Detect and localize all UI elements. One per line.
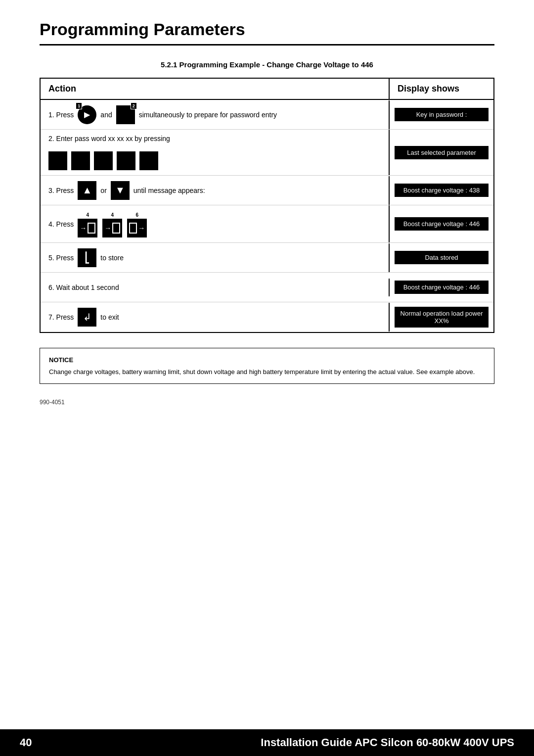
footer-page-number: 40 <box>20 736 32 749</box>
display-cell-row1: Key in password : <box>390 105 493 124</box>
action-cell-row6: 6. Wait about 1 second <box>41 279 390 296</box>
table-row: 5. Press ⎣ to store Data stored <box>41 243 493 273</box>
password-keys <box>48 151 158 170</box>
table-header-row: Action Display shows <box>41 79 493 100</box>
display-badge-row6: Boost charge voltage : 446 <box>395 281 489 294</box>
action-cell-row5: 5. Press ⎣ to store <box>41 243 390 272</box>
page-title: Programming Parameters <box>40 20 494 46</box>
table-row: 3. Press ▲ or ▼ until message appears: B… <box>41 176 493 205</box>
action-cell-row4: 4. Press 4 → 4 → <box>41 205 390 242</box>
row3-suffix-text: until message appears: <box>134 187 205 194</box>
arrow-right-out-icon: → <box>138 224 145 232</box>
table-row: 1. Press ▶ 1 and 2 simultaneously to pre… <box>41 100 493 130</box>
notice-title: NOTICE <box>49 355 485 365</box>
table-row: 6. Wait about 1 second Boost charge volt… <box>41 273 493 302</box>
doc-number: 990-4051 <box>40 399 494 406</box>
password-key-2[interactable] <box>71 151 90 170</box>
row7-prefix-text: 7. Press <box>48 313 74 321</box>
key-circle-btn[interactable]: ▶ 1 <box>78 105 96 124</box>
row3-or-text: or <box>100 187 106 194</box>
action-cell-row3: 3. Press ▲ or ▼ until message appears: <box>41 176 390 205</box>
password-key-4[interactable] <box>117 151 135 170</box>
table-row: 7. Press ↲ to exit Normal operation load… <box>41 302 493 332</box>
display-cell-row4: Boost charge voltage : 446 <box>390 214 493 234</box>
password-key-3[interactable] <box>94 151 113 170</box>
display-badge-row3: Boost charge voltage : 438 <box>395 184 489 197</box>
step4-key-inner-3[interactable]: → <box>127 219 147 237</box>
box-symbol-icon <box>88 223 95 234</box>
action-cell-row1: 1. Press ▶ 1 and 2 simultaneously to pre… <box>41 100 390 129</box>
row5-prefix-text: 5. Press <box>48 254 74 262</box>
arrow-up-key[interactable]: ▲ <box>78 181 96 200</box>
step4-key-label-2: 4 <box>111 212 114 218</box>
notice-text: Change charge voltages, battery warning … <box>49 367 485 377</box>
display-badge-row1: Key in password : <box>395 108 489 121</box>
section-heading: 5.2.1 Programming Example - Change Charg… <box>40 60 494 69</box>
display-cell-row7: Normal operation load power XX% <box>390 304 493 331</box>
step4-key-group-2: 4 → <box>102 212 122 237</box>
display-badge-row5: Data stored <box>395 251 489 264</box>
row1-prefix-text: 1. Press <box>48 111 74 119</box>
key-square-btn[interactable]: 2 <box>116 105 135 124</box>
action-cell-row2: 2. Enter pass word xx xx xx by pressing <box>41 130 390 175</box>
store-key[interactable]: ⎣ <box>78 248 96 267</box>
arrow-right-icon-2: → <box>104 224 111 232</box>
step4-key-group-1: 4 → <box>78 212 97 237</box>
row2-text: 2. Enter pass word xx xx xx by pressing <box>48 135 170 142</box>
row1-suffix-text: simultaneously to prepare for password e… <box>139 111 277 119</box>
footer-guide-title: Installation Guide APC Silcon 60-80kW 40… <box>261 736 514 749</box>
table-row: 2. Enter pass word xx xx xx by pressing … <box>41 130 493 176</box>
row6-text: 6. Wait about 1 second <box>48 284 119 291</box>
step4-key-inner-1[interactable]: → <box>78 219 97 237</box>
enter-key[interactable]: ↲ <box>78 308 96 327</box>
password-key-5[interactable] <box>139 151 158 170</box>
display-badge-row4: Boost charge voltage : 446 <box>395 217 489 231</box>
display-badge-row2: Last selected parameter <box>395 146 489 159</box>
display-badge-row7: Normal operation load power XX% <box>395 307 489 328</box>
main-table: Action Display shows 1. Press ▶ 1 and 2 <box>40 78 494 333</box>
display-cell-row6: Boost charge voltage : 446 <box>390 278 493 297</box>
row3-prefix-text: 3. Press <box>48 187 74 194</box>
step4-key-label-3: 6 <box>136 212 139 218</box>
display-column-header: Display shows <box>390 79 493 99</box>
box-symbol-icon-2 <box>112 223 120 234</box>
display-cell-row3: Boost charge voltage : 438 <box>390 181 493 200</box>
arrow-down-key[interactable]: ▼ <box>111 181 130 200</box>
page-footer: 40 Installation Guide APC Silcon 60-80kW… <box>0 729 534 756</box>
display-cell-row5: Data stored <box>390 248 493 267</box>
step4-key-inner-2[interactable]: → <box>102 219 122 237</box>
row4-prefix-text: 4. Press <box>48 220 74 228</box>
row7-suffix-text: to exit <box>100 313 119 321</box>
action-column-header: Action <box>41 79 390 99</box>
password-key-1[interactable] <box>48 151 67 170</box>
box-symbol-icon-3 <box>129 223 137 234</box>
arrow-right-icon: → <box>80 224 87 232</box>
action-cell-row7: 7. Press ↲ to exit <box>41 303 390 331</box>
step4-key-label-1: 4 <box>87 212 89 218</box>
table-row: 4. Press 4 → 4 → <box>41 205 493 243</box>
notice-box: NOTICE Change charge voltages, battery w… <box>40 348 494 384</box>
step4-keys: 4 → 4 → <box>78 212 147 237</box>
step4-key-group-3: 6 → <box>127 212 147 237</box>
display-cell-row2: Last selected parameter <box>390 143 493 162</box>
row5-suffix-text: to store <box>100 254 124 262</box>
row1-and-text: and <box>100 111 112 119</box>
